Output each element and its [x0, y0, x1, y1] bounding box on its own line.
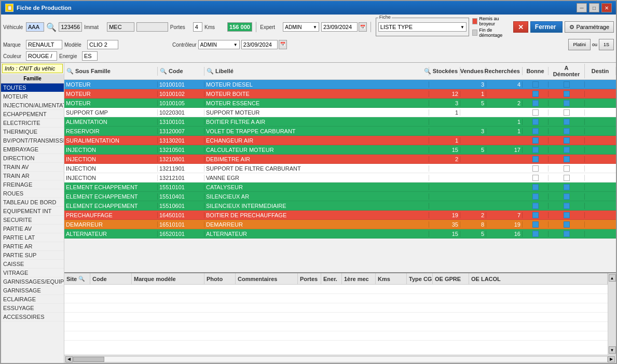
fermer-button[interactable]: Fermer: [530, 21, 563, 33]
search-icon[interactable]: 🔍: [46, 22, 57, 32]
bonne-checkbox[interactable]: [532, 231, 539, 237]
ademonter-checkbox[interactable]: [564, 203, 570, 209]
couleur-input[interactable]: ROUGE /: [26, 51, 57, 61]
sidebar-scroll[interactable]: TOUTES MOTEUR INJECTION/ALIMENTAT ECHAPP…: [1, 83, 64, 363]
th-search-libelle[interactable]: 🔍: [207, 68, 214, 75]
scrollbar-thumb[interactable]: [73, 357, 104, 362]
minimize-button[interactable]: ─: [577, 3, 587, 12]
th-search-sf[interactable]: 🔍: [66, 68, 74, 75]
table-row[interactable]: ELEMENT ECHAPPEMENT 15510601 SILENCIEUX …: [64, 201, 616, 211]
table-row[interactable]: INJECTION 13210801 DEBIMETRE AIR 2: [64, 155, 616, 164]
ademonter-checkbox[interactable]: [564, 221, 570, 228]
sidebar-item-securite[interactable]: SECURITE: [1, 216, 64, 225]
table-row[interactable]: ELEMENT ECHAPPEMENT 15510401 SILENCIEUX …: [64, 192, 616, 201]
scroll-down-arrow[interactable]: ▼: [609, 346, 616, 354]
sidebar-item-train-ar[interactable]: TRAIN AR: [1, 172, 64, 180]
bonne-checkbox[interactable]: [532, 137, 539, 144]
kms-input[interactable]: 156 000: [227, 22, 252, 32]
sidebar-item-train-av[interactable]: TRAIN AV: [1, 163, 64, 172]
ademonter-checkbox[interactable]: [564, 156, 570, 162]
expert-date-input[interactable]: 23/09/2024: [321, 22, 358, 32]
ademonter-checkbox[interactable]: [564, 119, 570, 125]
table-row[interactable]: ALIMENTATION 13100101 BOITIER FILTRE A A…: [64, 117, 616, 127]
ademonter-checkbox[interactable]: [564, 128, 570, 134]
sidebar-item-embrayage[interactable]: EMBRAYAGE: [1, 145, 64, 154]
bonne-checkbox[interactable]: [532, 175, 539, 181]
ademonter-checkbox[interactable]: [564, 91, 570, 97]
bonne-checkbox[interactable]: [532, 100, 539, 106]
bonne-checkbox[interactable]: [532, 119, 539, 125]
table-row[interactable]: ELEMENT ECHAPPEMENT 15510101 CATALYSEUR: [64, 183, 616, 192]
sidebar-item-garnissages-equipe[interactable]: GARNISSAGES/EQUIPE: [1, 277, 64, 286]
ls-button[interactable]: 1S: [599, 39, 614, 50]
controleur-combo[interactable]: ADMIN ▼: [198, 40, 240, 49]
ademonter-checkbox[interactable]: [564, 231, 570, 237]
sidebar-item-essuyage[interactable]: ESSUYAGE: [1, 304, 64, 313]
table-row[interactable]: RESERVOIR 13120007 VOLET DE TRAPPE CARBU…: [64, 127, 616, 136]
th-search-stockees[interactable]: 🔍: [424, 68, 431, 75]
bottom-scrollbar[interactable]: ◀ ▶: [64, 355, 616, 363]
sidebar-item-eclairage[interactable]: ECLAIRAGE: [1, 295, 64, 304]
energie-input[interactable]: ES: [82, 51, 98, 61]
mec-input[interactable]: [136, 22, 168, 32]
ademonter-checkbox[interactable]: [564, 184, 570, 190]
table-row[interactable]: INJECTION 13212101 VANNE EGR: [64, 173, 616, 183]
sidebar-item-vitrage[interactable]: VITRAGE: [1, 269, 64, 277]
bottom-table-row[interactable]: [64, 303, 608, 313]
bonne-checkbox[interactable]: [532, 91, 539, 97]
sidebar-item-freinage[interactable]: FREINAGE: [1, 180, 64, 189]
ademonter-checkbox[interactable]: [564, 100, 570, 106]
controleur-calendar-icon[interactable]: 📅: [279, 40, 287, 49]
close-button[interactable]: ✕: [601, 3, 612, 12]
bottom-table-row[interactable]: [64, 331, 608, 341]
modele-input[interactable]: CLIO 2: [87, 40, 118, 49]
close-x-button[interactable]: ✕: [513, 21, 528, 33]
bonne-checkbox[interactable]: [532, 109, 539, 116]
restore-button[interactable]: □: [589, 3, 599, 12]
bonne-checkbox[interactable]: [532, 203, 539, 209]
scrollbar-track[interactable]: [73, 356, 608, 362]
sidebar-item-partie-sup[interactable]: PARTIE SUP: [1, 251, 64, 260]
ademonter-checkbox[interactable]: [564, 212, 570, 218]
bonne-checkbox[interactable]: [532, 212, 539, 218]
bonne-checkbox[interactable]: [532, 165, 539, 172]
data-table[interactable]: MOTEUR 10100101 MOTEUR DIESEL 3 4 MOTEUR…: [64, 80, 616, 272]
sidebar-item-accessoires[interactable]: ACCESSOIRES: [1, 313, 64, 321]
platini-button[interactable]: Platini: [568, 39, 591, 50]
table-row[interactable]: SUPPORT GMP 10220301 SUPPORT MOTEUR 1: [64, 108, 616, 117]
bonne-checkbox[interactable]: [532, 156, 539, 162]
fiche-combo[interactable]: LISTE TYPE ▼: [378, 22, 467, 32]
table-row[interactable]: INJECTION 13211901 SUPPORT DE FILTRE CAR…: [64, 164, 616, 173]
sidebar-item-roues[interactable]: ROUES: [1, 189, 64, 198]
scroll-up-arrow[interactable]: ▲: [609, 274, 616, 282]
sidebar-item-partie-lat[interactable]: PARTIE LAT: [1, 233, 64, 242]
sidebar-item-tableau[interactable]: TABLEAU DE BORD: [1, 198, 64, 207]
ademonter-checkbox[interactable]: [564, 165, 570, 172]
controleur-date-input[interactable]: 23/09/2024: [241, 40, 278, 49]
table-row[interactable]: MOTEUR 10100101 MOTEUR DIESEL 3 4: [64, 80, 616, 89]
right-scrollbar[interactable]: ▲ ▼: [608, 273, 616, 355]
scroll-left-arrow[interactable]: ◀: [65, 356, 73, 362]
sidebar-item-electricite[interactable]: ELECTRICITE: [1, 119, 64, 128]
sidebar-item-bv[interactable]: BV/PONT/TRANSMISSIO: [1, 136, 64, 145]
bottom-table-row[interactable]: [64, 285, 608, 294]
table-row[interactable]: DEMARREUR 16510101 DEMARREUR 35 8 19: [64, 220, 616, 229]
ademonter-checkbox[interactable]: [564, 137, 570, 144]
table-row[interactable]: PRECHAUFFAGE 16450101 BOITIER DE PRECHAU…: [64, 211, 616, 220]
bottom-table-row[interactable]: [64, 294, 608, 303]
portes-input[interactable]: 4: [193, 22, 202, 32]
scroll-right-arrow[interactable]: ▶: [608, 356, 615, 362]
parametrage-button[interactable]: ⚙ Paramétrage: [565, 21, 614, 33]
sidebar-item-equip-int[interactable]: EQUIPEMENT INT: [1, 207, 64, 216]
sidebar-item-injection[interactable]: INJECTION/ALIMENTAT: [1, 101, 64, 110]
th-search-code[interactable]: 🔍: [160, 68, 167, 75]
bth-search-site[interactable]: 🔍: [78, 276, 85, 282]
ademonter-checkbox[interactable]: [564, 193, 570, 200]
sidebar-item-echappement[interactable]: ECHAPPEMENT: [1, 110, 64, 119]
ademonter-checkbox[interactable]: [564, 147, 570, 153]
sidebar-item-thermique[interactable]: THERMIQUE: [1, 128, 64, 136]
table-row[interactable]: MOTEUR 10100105 MOTEUR ESSENCE 3 5 2: [64, 99, 616, 108]
bottom-table-row[interactable]: [64, 322, 608, 331]
sidebar-item-partie-ar[interactable]: PARTIE AR: [1, 242, 64, 251]
sidebar-item-moteur[interactable]: MOTEUR: [1, 92, 64, 101]
